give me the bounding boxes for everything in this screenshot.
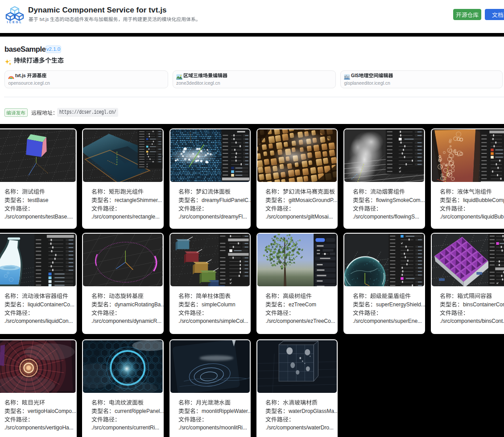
svg-text:dynamicRotatingBa...: dynamicRotatingBa... xyxy=(115,301,164,308)
svg-text:rectangleShimmer...: rectangleShimmer... xyxy=(115,197,162,203)
svg-text:GIS: GIS xyxy=(351,73,359,78)
svg-text:dreamyFluidPanelC...: dreamyFluidPanelC... xyxy=(202,197,251,203)
svg-text:liquidBubbleComp...: liquidBubbleComp... xyxy=(463,197,504,203)
svg-text:waterDropGlassMa...: waterDropGlassMa... xyxy=(288,408,338,414)
svg-text:binsContainerCom...: binsContainerCom... xyxy=(463,301,504,308)
svg-text:tvt.js: tvt.js xyxy=(39,17,49,22)
svg-text:liquidContainerCo...: liquidContainerCo... xyxy=(28,301,74,308)
svg-text:simpleColumn: simpleColumn xyxy=(202,301,235,308)
svg-text:flowingSmokeCom...: flowingSmokeCom... xyxy=(376,197,425,203)
svg-text:moonlitRippleWater...: moonlitRippleWater... xyxy=(202,408,251,414)
svg-text:giltMosaicGroundP...: giltMosaicGroundP... xyxy=(289,197,337,203)
svg-text:ezTreeCom: ezTreeCom xyxy=(289,301,316,308)
svg-text:vertigoHaloCompo...: vertigoHaloCompo... xyxy=(28,408,76,414)
svg-text:tvt.js: tvt.js xyxy=(15,73,26,78)
svg-text:superEnergyShield...: superEnergyShield... xyxy=(376,301,425,308)
svg-text:currentRipplePanel...: currentRipplePanel... xyxy=(115,408,164,414)
svg-text:ICEGL: ICEGL xyxy=(7,21,23,24)
svg-text:testBase: testBase xyxy=(27,197,48,203)
